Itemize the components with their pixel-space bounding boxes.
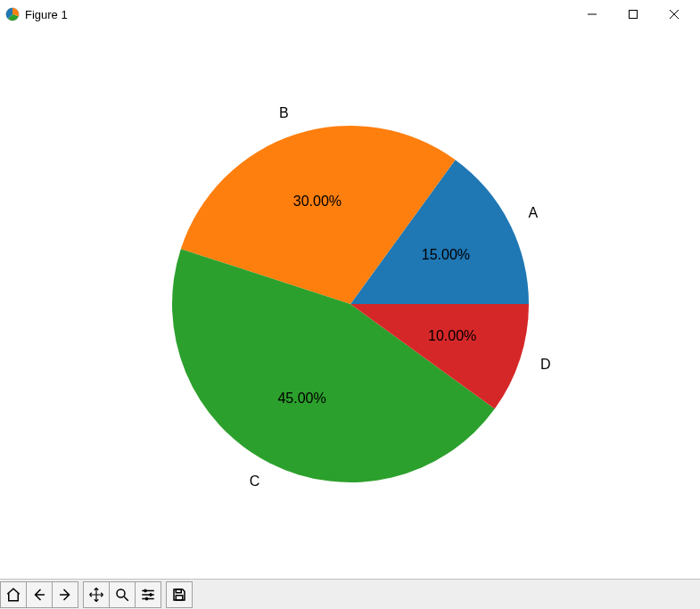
home-icon — [5, 587, 21, 603]
pct-label-A: 15.00% — [421, 246, 469, 261]
pan-button[interactable] — [83, 581, 110, 608]
window-controls — [572, 1, 695, 28]
cat-label-A: A — [528, 204, 538, 219]
move-icon — [88, 587, 104, 603]
svg-point-11 — [150, 593, 152, 596]
home-button[interactable] — [0, 581, 27, 608]
arrow-right-icon — [57, 587, 73, 603]
configure-button[interactable] — [135, 581, 161, 608]
cat-label-C: C — [249, 473, 259, 488]
svg-rect-2 — [630, 11, 638, 19]
pct-label-C: 45.00% — [277, 391, 325, 406]
svg-line-6 — [124, 597, 128, 601]
svg-rect-13 — [176, 589, 181, 593]
svg-point-12 — [145, 597, 148, 600]
forward-button[interactable] — [52, 581, 78, 608]
window-title: Figure 1 — [25, 8, 68, 21]
pct-label-D: 10.00% — [427, 328, 475, 343]
minimize-button[interactable] — [572, 1, 613, 28]
arrow-left-icon — [31, 587, 47, 603]
app-icon — [5, 7, 20, 21]
close-button[interactable] — [654, 1, 695, 28]
svg-rect-14 — [176, 595, 183, 599]
maximize-button[interactable] — [613, 1, 654, 28]
pct-label-B: 30.00% — [292, 193, 341, 209]
svg-point-10 — [144, 589, 147, 592]
sliders-icon — [140, 587, 156, 603]
cat-label-D: D — [540, 357, 551, 372]
save-button[interactable] — [166, 581, 193, 608]
pie-chart: 15.00%A30.00%B45.00%C10.00%D — [101, 54, 600, 554]
nav-toolbar — [0, 579, 700, 609]
zoom-icon — [114, 587, 130, 603]
zoom-button[interactable] — [109, 581, 136, 608]
back-button[interactable] — [26, 581, 53, 608]
window-titlebar: Figure 1 — [0, 0, 700, 29]
chart-canvas: 15.00%A30.00%B45.00%C10.00%D — [0, 29, 700, 579]
cat-label-B: B — [279, 105, 289, 120]
svg-point-5 — [117, 589, 125, 597]
save-icon — [171, 587, 187, 603]
